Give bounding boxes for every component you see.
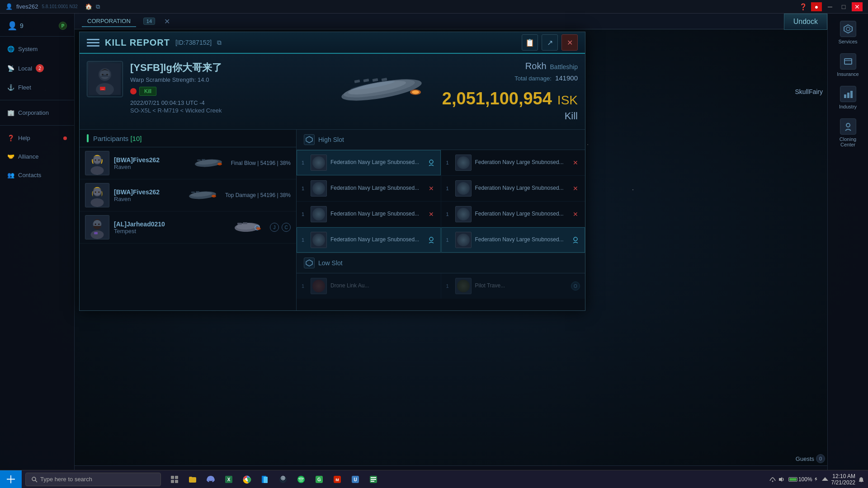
item-row[interactable]: 1 Federation Navy Large Snubnosed... ✕ bbox=[441, 202, 585, 227]
svg-point-13 bbox=[106, 74, 108, 75]
notification-button[interactable]: ● bbox=[811, 2, 822, 11]
notes-button[interactable]: 📋 bbox=[522, 34, 538, 51]
item-row[interactable]: 1 Federation Navy Large Snubnosed... ✕ bbox=[441, 176, 585, 201]
help-dot bbox=[63, 136, 67, 140]
item-info: Federation Navy Large Snubnosed... bbox=[330, 236, 423, 244]
task-view-button[interactable] bbox=[166, 471, 183, 488]
spotify-icon bbox=[297, 475, 306, 484]
item-icon bbox=[311, 278, 327, 294]
participant-ship-1: Raven bbox=[114, 164, 186, 170]
steam-button[interactable] bbox=[275, 471, 291, 488]
app9-button[interactable]: M bbox=[329, 471, 345, 488]
right-nav-services[interactable]: Services bbox=[832, 18, 864, 47]
sidebar-item-fleet[interactable]: ⚓ Fleet bbox=[0, 79, 74, 96]
sidebar-item-contacts[interactable]: 👥 Contacts bbox=[0, 166, 74, 184]
minimize-button[interactable]: ─ bbox=[825, 2, 835, 11]
svg-rect-5 bbox=[847, 93, 849, 98]
svg-point-55 bbox=[95, 224, 96, 225]
modal-overlay: KILL REPORT [ID:7387152] ⧉ 📋 ↗ ✕ bbox=[75, 14, 827, 488]
item-row[interactable]: 1 Federation Navy Large Snubnosed... bbox=[297, 150, 441, 175]
item-info: Federation Navy Large Snubnosed... bbox=[330, 211, 423, 218]
participant-row[interactable]: [AL]Jarhead0210 Tempest bbox=[80, 211, 296, 244]
help-button[interactable]: ❓ bbox=[797, 2, 808, 11]
svg-rect-72 bbox=[171, 476, 174, 479]
right-nav-cloning-center[interactable]: Cloning Center bbox=[832, 116, 864, 150]
modal-header: KILL REPORT [ID:7387152] ⧉ 📋 ↗ ✕ bbox=[80, 32, 585, 54]
item-count: 1 bbox=[446, 211, 452, 217]
item-info: Federation Navy Large Snubnosed... bbox=[475, 185, 568, 192]
home-icon[interactable]: 🏠 bbox=[85, 3, 92, 10]
chrome-button[interactable] bbox=[239, 471, 255, 488]
item-count: 1 bbox=[446, 186, 452, 191]
spotify-button[interactable] bbox=[293, 471, 309, 488]
arrow-icon bbox=[821, 476, 829, 483]
svg-rect-75 bbox=[175, 480, 178, 483]
system-icon: 🌐 bbox=[7, 46, 14, 52]
sidebar-item-corporation[interactable]: 🏢 Corporation bbox=[0, 104, 74, 122]
modal-title: KILL REPORT bbox=[105, 38, 170, 48]
item-row[interactable]: 1 Pilot Trave... O bbox=[441, 273, 585, 299]
item-info: Federation Navy Large Snubnosed... bbox=[475, 211, 568, 218]
battery-indicator: 100% bbox=[788, 476, 819, 483]
sidebar-item-local[interactable]: 📡 Local 2 bbox=[0, 59, 74, 78]
item-count: 1 bbox=[302, 283, 307, 289]
time-display: 12:10 AM bbox=[831, 473, 855, 479]
layout-icon[interactable]: ⧉ bbox=[96, 3, 100, 10]
participants-panel: Participants [10] bbox=[80, 130, 297, 310]
right-nav-insurance[interactable]: Insurance bbox=[832, 51, 864, 80]
sidebar-item-system[interactable]: 🌐 System bbox=[0, 40, 74, 58]
taskbar-pinned-apps: X G M U bbox=[166, 471, 382, 488]
item-row[interactable]: 1 Drone Link Au... bbox=[297, 273, 441, 299]
app-title: fives262 bbox=[16, 3, 38, 10]
item-info: Federation Navy Large Snubnosed... bbox=[475, 236, 568, 244]
ship-class: Battleship bbox=[550, 63, 578, 70]
modal-close-button[interactable]: ✕ bbox=[561, 34, 578, 51]
maximize-button[interactable]: □ bbox=[838, 2, 849, 11]
sidebar-item-alliance[interactable]: 🤝 Alliance bbox=[0, 148, 74, 165]
participant-name-1: [BWA]Fives262 bbox=[114, 156, 186, 164]
alliance-icon: 🤝 bbox=[7, 153, 14, 160]
notification-bell-icon bbox=[858, 476, 864, 483]
item-status bbox=[571, 235, 580, 244]
datetime-display: 12:10 AM 7/21/2022 bbox=[831, 473, 855, 486]
excel-button[interactable]: X bbox=[221, 471, 237, 488]
start-button[interactable] bbox=[0, 470, 22, 488]
sidebar-item-help[interactable]: ❓ Help bbox=[0, 129, 74, 147]
svg-rect-95 bbox=[371, 481, 374, 482]
modal-menu-icon[interactable] bbox=[87, 36, 99, 49]
export-button[interactable]: ↗ bbox=[542, 34, 558, 51]
item-row[interactable]: 1 Federation Navy Large Snubnosed... bbox=[441, 227, 585, 253]
item-row[interactable]: 1 Federation Navy Large Snubnosed... ✕ bbox=[297, 176, 441, 201]
participant-row[interactable]: [BWA]Fives262 Raven bbox=[80, 147, 296, 179]
participant-row[interactable]: [BWA]Fives262 Raven bbox=[80, 179, 296, 211]
item-name: Federation Navy Large Snubnosed... bbox=[330, 185, 423, 192]
kill-body: Participants [10] bbox=[80, 130, 585, 310]
item-row[interactable]: 1 Federation Navy Large Snubnosed... ✕ bbox=[441, 150, 585, 175]
files-button[interactable] bbox=[257, 471, 273, 488]
svg-point-67 bbox=[429, 237, 433, 241]
svg-marker-65 bbox=[306, 136, 312, 143]
circle-badge-2: C bbox=[282, 223, 291, 232]
item-name: Federation Navy Large Snubnosed... bbox=[330, 211, 423, 218]
item-row[interactable]: 1 Federation Navy Large Snubnosed... ✕ bbox=[297, 202, 441, 227]
file-explorer-button[interactable] bbox=[184, 471, 201, 488]
svg-marker-99 bbox=[822, 477, 828, 481]
svg-rect-49 bbox=[196, 191, 199, 192]
app10-button[interactable]: U bbox=[347, 471, 363, 488]
close-button[interactable]: ✕ bbox=[852, 2, 863, 11]
discord-button[interactable] bbox=[203, 471, 219, 488]
svg-point-25 bbox=[412, 90, 419, 94]
item-status: ✕ bbox=[427, 184, 436, 193]
taskbar-search[interactable]: Type here to search bbox=[25, 473, 161, 486]
app-title-bar: 👤 fives262 5.8.101:0001 N32 🏠 ⧉ ❓ ● ─ □ … bbox=[0, 0, 868, 14]
svg-rect-37 bbox=[202, 159, 205, 160]
isk-label: ISK bbox=[557, 93, 578, 108]
right-nav-industry[interactable]: Industry bbox=[832, 83, 864, 112]
player-badge bbox=[130, 88, 137, 94]
app8-button[interactable]: G bbox=[311, 471, 327, 488]
ship-name: Rokh bbox=[525, 61, 547, 71]
app11-button[interactable] bbox=[365, 471, 382, 488]
contacts-icon: 👥 bbox=[7, 172, 14, 178]
copy-id-icon[interactable]: ⧉ bbox=[217, 39, 222, 47]
item-row[interactable]: 1 Federation Navy Large Snubnosed... bbox=[297, 227, 441, 253]
